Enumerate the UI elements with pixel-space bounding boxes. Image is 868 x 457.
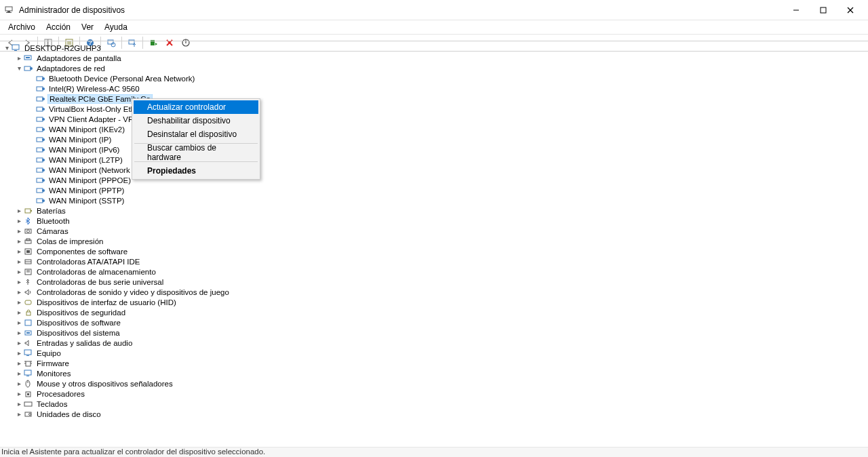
tree-category-software-devices[interactable]: ▸Dispositivos de software — [0, 317, 868, 327]
expand-icon[interactable]: ▸ — [15, 380, 23, 387]
svg-rect-32 — [37, 97, 43, 101]
tree-item[interactable]: ▸WAN Miniport (PPTP) — [0, 185, 868, 195]
tree-item[interactable]: ▸Bluetooth Device (Personal Area Network… — [0, 73, 868, 83]
close-button[interactable] — [837, 0, 864, 20]
tree-category-computer[interactable]: ▸Equipo — [0, 348, 868, 358]
expand-icon[interactable]: ▸ — [15, 400, 23, 408]
tree-item[interactable]: ▸VPN Client Adapter - VPN2 — [0, 114, 868, 124]
tree-category-bluetooth[interactable]: ▸Bluetooth — [0, 216, 868, 226]
expand-icon[interactable]: ▸ — [15, 410, 23, 418]
menu-accion[interactable]: Acción — [41, 21, 76, 33]
tree-item[interactable]: ▸WAN Miniport (IPv6) — [0, 144, 868, 155]
tree-item-selected[interactable]: ▸Realtek PCIe GbE Family Co — [0, 94, 868, 104]
expand-icon[interactable]: ▸ — [15, 339, 23, 346]
maximize-button[interactable] — [810, 0, 837, 20]
battery-icon — [23, 206, 34, 216]
expand-icon[interactable]: ▸ — [15, 227, 23, 235]
svg-rect-2 — [6, 12, 12, 13]
tree-label: Dispositivos del sistema — [35, 329, 121, 337]
network-adapter-icon — [35, 125, 46, 134]
camera-icon — [23, 226, 34, 236]
tree-item[interactable]: ▸Intel(R) Wireless-AC 9560 — [0, 83, 868, 94]
tree-item[interactable]: ▸WAN Miniport (IP) — [0, 134, 868, 144]
network-adapter-icon — [35, 165, 46, 175]
tree-item[interactable]: ▸WAN Miniport (L2TP) — [0, 155, 868, 165]
tree-root[interactable]: ▾ DESKTOP-R2GUHP3 — [0, 43, 868, 53]
tree-category-keyboards[interactable]: ▸Teclados — [0, 399, 868, 409]
svg-point-89 — [29, 413, 31, 415]
svg-rect-28 — [37, 77, 43, 81]
svg-rect-42 — [37, 148, 43, 152]
ctx-uninstall-device[interactable]: Desinstalar el dispositivo — [134, 127, 258, 141]
tree-category-hid[interactable]: ▸Dispositivos de interfaz de usuario (HI… — [0, 297, 868, 307]
expand-icon[interactable]: ▸ — [15, 288, 23, 296]
computer-icon — [11, 43, 22, 53]
tree-label: Adaptadores de pantalla — [35, 54, 123, 62]
expand-icon[interactable]: ▸ — [15, 329, 23, 336]
tree-category-firmware[interactable]: ▸Firmware — [0, 358, 868, 368]
tree-label: Baterías — [35, 207, 67, 215]
ctx-scan-hardware[interactable]: Buscar cambios de hardware — [134, 146, 258, 159]
tree-category-usb[interactable]: ▸Controladoras de bus serie universal — [0, 277, 868, 287]
collapse-icon[interactable]: ▾ — [15, 64, 23, 72]
expand-icon[interactable]: ▸ — [15, 207, 23, 214]
tree-category-printqueues[interactable]: ▸Colas de impresión — [0, 236, 868, 246]
tree-item[interactable]: ▸WAN Miniport (IKEv2) — [0, 124, 868, 134]
svg-rect-55 — [31, 210, 32, 212]
svg-rect-71 — [26, 332, 30, 334]
ctx-update-driver[interactable]: Actualizar controlador — [134, 100, 258, 114]
titlebar: Administrador de dispositivos — [0, 0, 868, 20]
expand-icon[interactable]: ▸ — [15, 319, 23, 326]
tree-category-software-components[interactable]: ▸Componentes de software — [0, 246, 868, 256]
collapse-icon[interactable]: ▾ — [3, 44, 11, 52]
minimize-button[interactable] — [783, 0, 810, 20]
svg-rect-48 — [37, 178, 43, 182]
expand-icon[interactable]: ▸ — [15, 349, 23, 357]
statusbar-text: Inicia el Asistente para actualizar el c… — [1, 448, 265, 456]
svg-point-27 — [30, 67, 33, 70]
tree-category-audio-io[interactable]: ▸Entradas y salidas de audio — [0, 338, 868, 348]
expand-icon[interactable]: ▸ — [15, 359, 23, 367]
tree-category-sound[interactable]: ▸Controladoras de sonido y video y dispo… — [0, 287, 868, 297]
expand-icon[interactable]: ▸ — [15, 278, 23, 285]
tree-category-batteries[interactable]: ▸Baterías — [0, 205, 868, 216]
tree-item[interactable]: ▸WAN Miniport (SSTP) — [0, 195, 868, 205]
menu-archivo[interactable]: Archivo — [3, 21, 41, 33]
expand-icon[interactable]: ▸ — [15, 390, 23, 397]
tree-item[interactable]: ▸WAN Miniport (Network Monitor) — [0, 165, 868, 175]
tree-category-disks[interactable]: ▸Unidades de disco — [0, 409, 868, 419]
device-tree[interactable]: ▾ DESKTOP-R2GUHP3 ▸ Adaptadores de panta… — [0, 41, 868, 420]
tree-category-security[interactable]: ▸Dispositivos de seguridad — [0, 307, 868, 317]
expand-icon[interactable]: ▸ — [15, 309, 23, 316]
tree-category-ata[interactable]: ▸Controladoras ATA/ATAPI IDE — [0, 256, 868, 266]
expand-icon[interactable]: ▸ — [15, 268, 23, 275]
expand-icon[interactable]: ▸ — [15, 298, 23, 306]
tree-item[interactable]: ▸WAN Miniport (PPPOE) — [0, 175, 868, 185]
expand-icon[interactable]: ▸ — [15, 237, 23, 245]
tree-category-monitors[interactable]: ▸Monitores — [0, 368, 868, 378]
ctx-disable-device[interactable]: Deshabilitar dispositivo — [134, 114, 258, 127]
expand-icon[interactable]: ▸ — [15, 217, 23, 224]
tree-category-network[interactable]: ▾ Adaptadores de red — [0, 63, 868, 73]
menu-ver[interactable]: Ver — [76, 21, 99, 33]
svg-rect-40 — [37, 138, 43, 142]
menu-ayuda[interactable]: Ayuda — [99, 21, 133, 33]
tree-category-storage[interactable]: ▸Controladoras de almacenamiento — [0, 266, 868, 277]
tree-category-processors[interactable]: ▸Procesadores — [0, 389, 868, 399]
svg-rect-67 — [25, 300, 31, 304]
tree-category-display[interactable]: ▸ Adaptadores de pantalla — [0, 53, 868, 63]
network-adapter-icon — [35, 115, 46, 124]
expand-icon[interactable]: ▸ — [15, 370, 23, 377]
hid-icon — [23, 298, 34, 307]
expand-icon[interactable]: ▸ — [15, 258, 23, 265]
tree-category-system-devices[interactable]: ▸Dispositivos del sistema — [0, 327, 868, 338]
svg-rect-61 — [26, 250, 30, 253]
ctx-properties[interactable]: Propiedades — [134, 164, 258, 178]
svg-rect-54 — [25, 209, 31, 213]
tree-category-mouse[interactable]: ▸Mouse y otros dispositivos señaladores — [0, 378, 868, 389]
svg-rect-80 — [26, 376, 29, 376]
expand-icon[interactable]: ▸ — [15, 247, 23, 255]
tree-item[interactable]: ▸VirtualBox Host-Only Ethern — [0, 104, 868, 114]
tree-category-cameras[interactable]: ▸Cámaras — [0, 226, 868, 236]
expand-icon[interactable]: ▸ — [15, 54, 23, 62]
